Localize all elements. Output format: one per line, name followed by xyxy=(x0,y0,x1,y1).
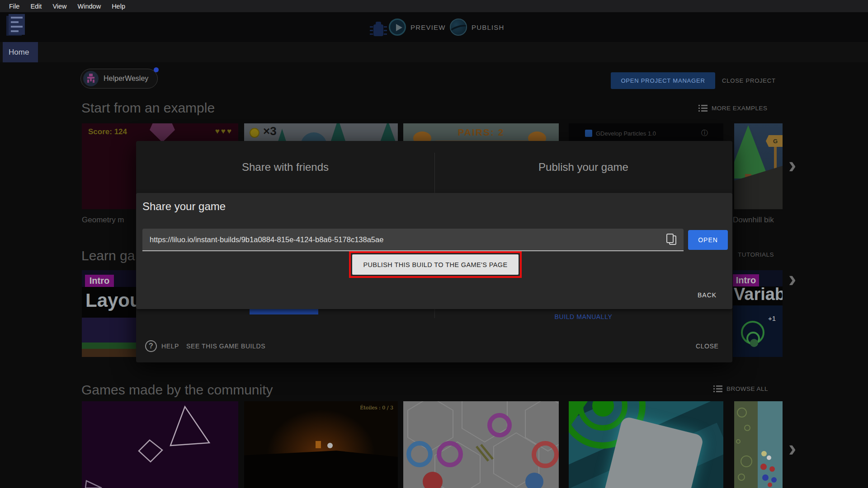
preview-label: PREVIEW xyxy=(410,23,446,31)
tab-publish-your-game[interactable]: Publish your game xyxy=(434,141,732,193)
player-ball xyxy=(327,443,333,448)
editor-tab-bar: Home xyxy=(0,42,868,62)
tab-divider xyxy=(434,153,435,193)
community-card-teal-rings[interactable] xyxy=(569,401,723,488)
sign-plaque: G xyxy=(766,135,783,147)
coin-icon xyxy=(250,128,259,138)
menu-bar: File Edit View Window Help xyxy=(0,0,868,12)
menu-edit[interactable]: Edit xyxy=(25,3,47,10)
avatar xyxy=(83,71,99,86)
score-text: Score: 124 xyxy=(88,127,127,136)
browse-all-button[interactable]: BROWSE ALL xyxy=(713,385,768,392)
tutorials-scroll-right-chevron[interactable]: › xyxy=(788,270,796,288)
stars-counter: Étoiles : 0 / 3 xyxy=(360,405,393,411)
tutorial-card-variables[interactable]: Intro Variab +1 xyxy=(733,270,783,357)
panel-title: Share your game xyxy=(142,200,226,213)
tutorials-label[interactable]: TUTORIALS xyxy=(738,251,774,258)
open-project-manager-button[interactable]: OPEN PROJECT MANAGER xyxy=(611,72,715,89)
particles-title: GDevelop Particles 1.0 xyxy=(596,130,656,137)
community-section-title: Games made by the community xyxy=(81,382,273,398)
publish-build-button[interactable]: PUBLISH THIS BUILD TO THE GAME'S PAGE xyxy=(352,254,519,275)
menu-file[interactable]: File xyxy=(4,3,25,10)
help-icon[interactable]: ? xyxy=(145,340,157,352)
plus-one-text: +1 xyxy=(768,314,776,322)
open-build-button[interactable]: OPEN xyxy=(688,230,728,250)
build-url-text[interactable]: https://liluo.io/instant-builds/9b1a0884… xyxy=(142,235,663,244)
aqua-strip xyxy=(758,401,783,488)
more-examples-label: MORE EXAMPLES xyxy=(712,105,768,112)
help-button[interactable]: HELP xyxy=(161,343,179,350)
intro-badge: Intro xyxy=(85,275,114,287)
more-examples-button[interactable]: MORE EXAMPLES xyxy=(698,105,768,112)
tutorials-text: TUTORIALS xyxy=(738,251,774,258)
list-icon xyxy=(698,105,708,112)
build-url-field[interactable]: https://liluo.io/instant-builds/9b1a0884… xyxy=(142,229,684,251)
tab-share-with-friends[interactable]: Share with friends xyxy=(136,141,434,193)
campfire xyxy=(316,441,321,448)
variables-art: +1 xyxy=(733,305,783,357)
community-card-campfire[interactable]: Étoiles : 0 / 3 xyxy=(244,401,398,488)
examples-scroll-right-chevron[interactable]: › xyxy=(788,156,796,174)
globe-icon xyxy=(450,19,467,36)
publish-label: PUBLISH xyxy=(472,23,505,31)
tutorial-word: Variab xyxy=(734,285,783,304)
user-chip[interactable]: HelperWesley xyxy=(80,69,158,89)
copy-link-button[interactable] xyxy=(663,230,681,249)
caption-geometry-monster: Geometry m xyxy=(82,216,124,225)
back-button[interactable]: BACK xyxy=(698,291,717,299)
debug-icon[interactable] xyxy=(370,20,387,39)
gdevelop-logo-icon xyxy=(585,130,592,137)
green-blob xyxy=(750,339,758,347)
olive-strip xyxy=(734,401,758,488)
preview-button[interactable]: PREVIEW xyxy=(389,19,446,36)
background-button-fragment xyxy=(250,309,318,314)
play-icon xyxy=(389,19,406,36)
info-icon: ⓘ xyxy=(701,129,708,137)
list-icon xyxy=(713,385,722,392)
tutorial-word: Layou xyxy=(85,290,142,311)
tab-home[interactable]: Home xyxy=(3,42,38,62)
build-manually-link[interactable]: BUILD MANUALLY xyxy=(434,313,732,320)
coin-multiplier: ×3 xyxy=(263,124,277,138)
examples-section-title: Start from an example xyxy=(81,100,215,116)
title-band: Variab xyxy=(733,286,783,305)
project-manager-icon[interactable] xyxy=(6,14,26,38)
share-dialog: Share with friends Publish your game BUI… xyxy=(136,141,732,362)
example-card-downhill[interactable]: G xyxy=(734,123,783,209)
browse-all-label: BROWSE ALL xyxy=(726,385,768,392)
menu-window[interactable]: Window xyxy=(72,3,107,10)
menu-view[interactable]: View xyxy=(47,3,72,10)
community-card-bubbles[interactable] xyxy=(734,401,783,488)
share-your-game-panel: Share your game https://liluo.io/instant… xyxy=(136,193,732,309)
username: HelperWesley xyxy=(104,75,148,83)
app-window: File Edit View Window Help PREVIEW PUBLI… xyxy=(0,0,868,488)
close-dialog-button[interactable]: CLOSE xyxy=(696,343,718,350)
community-card-neon-shapes[interactable] xyxy=(82,401,238,488)
monster-shape xyxy=(150,123,175,142)
notification-dot xyxy=(154,67,159,72)
close-project-button[interactable]: CLOSE PROJECT xyxy=(722,72,776,89)
hearts-icon: ♥♥♥ xyxy=(215,127,233,136)
menu-help[interactable]: Help xyxy=(106,3,131,10)
community-card-hex-rings[interactable] xyxy=(403,401,559,488)
community-scroll-right-chevron[interactable]: › xyxy=(788,439,796,457)
main-toolbar: PREVIEW PUBLISH xyxy=(0,12,868,42)
tree-shape xyxy=(734,125,769,178)
learn-section-title: Learn ga xyxy=(81,248,135,263)
see-game-builds-button[interactable]: SEE THIS GAME BUILDS xyxy=(186,343,265,350)
publish-button[interactable]: PUBLISH xyxy=(450,19,505,36)
caption-downhill-bike: Downhill bik xyxy=(733,216,774,225)
